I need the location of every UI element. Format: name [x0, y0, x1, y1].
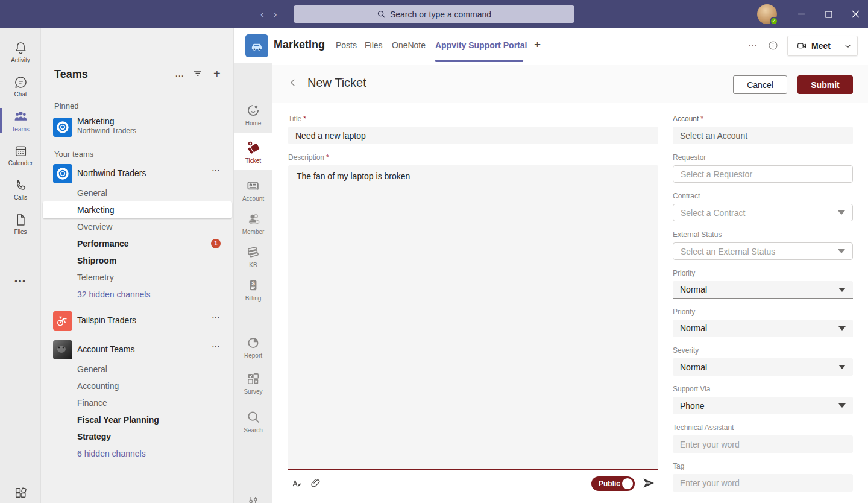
rail-divider: [8, 271, 33, 271]
channel-finance[interactable]: Finance: [41, 394, 234, 411]
teams-list-panel: Teams ⋯ + Pinned Marketing Northwind Tra…: [41, 28, 234, 503]
hidden-channels-link[interactable]: 6 hidden channels: [41, 445, 234, 462]
hidden-channels-link[interactable]: 32 hidden channels: [41, 286, 234, 303]
priority-select[interactable]: Normal: [673, 320, 853, 337]
filter-icon[interactable]: [193, 68, 203, 80]
nav-forward-icon[interactable]: ›: [274, 8, 277, 21]
join-create-team-button[interactable]: +: [213, 67, 221, 81]
rail-item-home[interactable]: Home: [234, 98, 272, 131]
channel-fiscal-year-planning[interactable]: Fiscal Year Planning: [41, 411, 234, 428]
team-name: Northwind Traders: [77, 168, 146, 178]
sidebar-item-calendar[interactable]: Calender: [0, 138, 41, 172]
avatar[interactable]: ✓: [757, 4, 777, 24]
cancel-button[interactable]: Cancel: [733, 75, 787, 94]
rail-item-report[interactable]: Report: [234, 330, 272, 363]
sidebar-item-calls[interactable]: Calls: [0, 172, 41, 206]
sidebar-item-apps[interactable]: Apps: [0, 481, 41, 503]
external-status-select[interactable]: Select an External Status: [673, 242, 853, 260]
rail-item-member[interactable]: Member: [234, 206, 272, 239]
channel-overview[interactable]: Overview: [41, 218, 234, 235]
channel-marketing-selected[interactable]: Marketing: [43, 201, 232, 218]
meet-button[interactable]: Meet: [788, 36, 838, 55]
rail-item-settings[interactable]: Settings: [234, 489, 272, 503]
channel-strategy[interactable]: Strategy: [41, 428, 234, 445]
tab-appvity-support-portal[interactable]: Appvity Support Portal: [435, 40, 527, 50]
back-button[interactable]: [288, 76, 298, 92]
sidebar-item-activity[interactable]: Activity: [0, 34, 41, 69]
channel-general[interactable]: General: [41, 361, 234, 378]
toggle-label: Public: [599, 479, 620, 488]
chat-icon: [13, 75, 28, 90]
severity-label: Severity: [673, 346, 699, 355]
teams-more-button[interactable]: ⋯: [175, 71, 184, 81]
channel-performance[interactable]: Performance 1: [41, 235, 234, 252]
form-header: New Ticket Cancel Submit: [272, 65, 868, 103]
rail-item-account[interactable]: Account: [234, 173, 272, 206]
title-input[interactable]: Need a new laptop: [288, 127, 658, 144]
rail-item-ticket[interactable]: Ticket: [234, 133, 272, 170]
team-tailspin-traders[interactable]: Tailspin Traders ⋯: [41, 311, 234, 333]
minimize-button[interactable]: [787, 0, 815, 28]
sidebar-item-teams[interactable]: Teams: [0, 103, 41, 138]
rail-item-kb[interactable]: KB: [234, 239, 272, 273]
rail-item-label: Account: [242, 195, 264, 202]
visibility-toggle[interactable]: Public: [591, 476, 635, 491]
tag-input[interactable]: Enter your word: [673, 474, 853, 492]
activity-bell-icon: [13, 40, 28, 55]
survey-icon: [245, 371, 261, 387]
header-more-button[interactable]: ⋯: [748, 40, 758, 51]
technical-assistant-input[interactable]: Enter your word: [673, 435, 853, 453]
format-button[interactable]: [291, 477, 303, 492]
team-more-button[interactable]: ⋯: [212, 165, 221, 175]
description-textarea[interactable]: The fan of my laptop is broken: [288, 165, 658, 470]
active-tab-underline: [435, 60, 523, 62]
tab-onenote[interactable]: OneNote: [392, 40, 426, 50]
maximize-button[interactable]: [815, 0, 843, 28]
channel-shiproom[interactable]: Shiproom: [41, 252, 234, 269]
close-button[interactable]: [841, 0, 868, 28]
marketing-channel-icon: [245, 34, 268, 57]
apps-icon: [13, 487, 28, 502]
tab-posts[interactable]: Posts: [336, 40, 357, 50]
rail-item-label: Report: [244, 352, 262, 359]
ticket-form-panel: New Ticket Cancel Submit Title* Need a n…: [272, 63, 868, 503]
chevron-left-icon: [288, 77, 298, 88]
sidebar-item-chat[interactable]: Chat: [0, 69, 41, 103]
requestor-input[interactable]: Select a Requestor: [673, 165, 853, 183]
pinned-channel-marketing[interactable]: Marketing Northwind Traders: [41, 116, 234, 141]
sidebar-item-files[interactable]: Files: [0, 206, 41, 241]
nav-back-icon[interactable]: ‹: [260, 8, 264, 21]
tailspin-team-logo: [53, 311, 72, 331]
ticket-icon: [245, 139, 262, 156]
meet-options-button[interactable]: [838, 36, 857, 55]
tab-files[interactable]: Files: [365, 40, 383, 50]
rail-item-billing[interactable]: $ Billing: [234, 273, 272, 306]
team-account-teams[interactable]: Account Teams ⋯: [41, 340, 234, 362]
add-tab-button[interactable]: +: [534, 38, 541, 51]
support-via-select[interactable]: Phone: [673, 397, 853, 414]
info-icon[interactable]: [767, 40, 779, 54]
search-input[interactable]: Search or type a command: [294, 5, 574, 23]
rail-item-survey[interactable]: Survey: [234, 366, 272, 399]
account-card-icon: [245, 178, 261, 194]
rail-item-search[interactable]: Search: [234, 405, 272, 438]
submit-button[interactable]: Submit: [797, 75, 853, 94]
channel-general[interactable]: General: [41, 185, 234, 201]
meet-button-group: Meet: [787, 36, 858, 56]
more-apps-button[interactable]: •••: [0, 277, 41, 286]
team-more-button[interactable]: ⋯: [212, 341, 221, 351]
channel-accounting[interactable]: Accounting: [41, 378, 234, 394]
severity-select[interactable]: Normal: [673, 358, 853, 376]
sidebar-item-label: Files: [14, 229, 27, 235]
account-select[interactable]: Select an Account: [673, 127, 853, 144]
contract-select[interactable]: Select a Contract: [673, 204, 853, 221]
priority-select[interactable]: Normal: [673, 281, 853, 299]
account-label: Account*: [673, 115, 703, 123]
attach-button[interactable]: [310, 477, 322, 492]
team-northwind-traders[interactable]: Northwind Traders ⋯: [41, 164, 234, 186]
rail-item-label: Member: [242, 229, 265, 235]
rail-item-label: Ticket: [245, 157, 261, 164]
team-more-button[interactable]: ⋯: [212, 312, 221, 322]
send-button[interactable]: [641, 476, 656, 493]
channel-telemetry[interactable]: Telemetry: [41, 269, 234, 286]
